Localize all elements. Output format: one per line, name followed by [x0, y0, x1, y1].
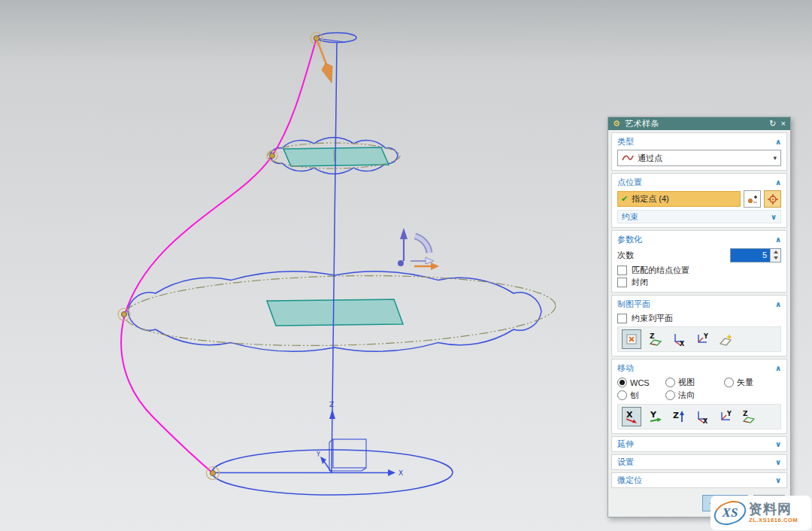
spinner-down-button[interactable]: [771, 255, 780, 262]
spinner-up-button[interactable]: [771, 249, 780, 256]
specify-point-field[interactable]: ✔ 指定点 (4): [617, 191, 741, 207]
chevron-down-icon[interactable]: ∨: [775, 476, 781, 484]
move-x-button[interactable]: X: [622, 407, 641, 426]
wireframe-box[interactable]: [329, 439, 366, 471]
radio-wcs[interactable]: WCS: [617, 378, 665, 387]
radio-vector-circle[interactable]: [724, 378, 734, 387]
translate-handle-vertical[interactable]: [398, 228, 408, 266]
studio-spline-dialog: ⚙ 艺术样条 ↻ × 类型 ∧ 通过点 ▾ 点位置 ∧: [607, 117, 791, 517]
watermark-logo-text: XS: [714, 501, 747, 525]
y-axis-icon: Y: [648, 409, 663, 424]
closed-checkbox-row[interactable]: 封闭: [617, 276, 781, 288]
section-type-header[interactable]: 类型 ∧: [617, 135, 781, 147]
view-plane-icon: [625, 332, 638, 346]
section-parameterization-header[interactable]: 参数化 ∧: [617, 233, 781, 245]
y-axis-label: Y: [316, 451, 320, 458]
spline-through-points-icon: [622, 153, 634, 162]
closed-checkbox[interactable]: [617, 278, 627, 287]
xc-yc-plane-button[interactable]: Z: [647, 330, 665, 348]
radio-view[interactable]: 视图: [665, 377, 724, 388]
point-crosshair-icon: [767, 193, 779, 205]
radio-wcs-circle[interactable]: [617, 378, 627, 387]
specify-point-label: 指定点 (4): [632, 193, 669, 205]
yc-zc-plane-icon: X: [671, 332, 686, 347]
yc-zc-plane-button[interactable]: X: [670, 330, 688, 348]
add-point-icon: [747, 193, 759, 205]
radio-plane-label: 刨: [630, 390, 638, 401]
degree-value[interactable]: 5: [731, 249, 770, 262]
watermark-site-name: 资料网: [749, 502, 798, 516]
chevron-down-icon[interactable]: ∨: [771, 213, 777, 221]
section-point-location: 点位置 ∧ ✔ 指定点 (4): [611, 173, 787, 228]
radio-vector-label: 矢量: [737, 377, 753, 388]
radio-wcs-label: WCS: [630, 378, 650, 387]
radio-vector[interactable]: 矢量: [724, 377, 753, 388]
chevron-down-icon[interactable]: ∨: [775, 440, 781, 448]
section-drawing-plane-label: 制图平面: [617, 299, 650, 310]
match-knots-checkbox[interactable]: [617, 266, 627, 275]
close-icon[interactable]: ×: [781, 120, 786, 128]
studio-spline-curve[interactable]: [121, 38, 317, 473]
section-extension[interactable]: 延伸 ∨: [611, 436, 787, 452]
chevron-up-icon[interactable]: ∧: [775, 364, 781, 372]
wcs-z-axis[interactable]: Z: [329, 401, 335, 419]
spline-point-2[interactable]: [267, 150, 277, 161]
spline-point-1[interactable]: [311, 32, 323, 44]
watermark-site-url: ZL.XS1616.COM: [749, 517, 798, 523]
section-settings[interactable]: 设置 ∨: [611, 454, 787, 470]
match-knots-checkbox-row[interactable]: 匹配的结点位置: [617, 264, 781, 276]
xc-zc-plane-button[interactable]: Y: [693, 330, 711, 348]
move-z-button[interactable]: Z: [670, 408, 688, 426]
constrain-to-plane-checkbox[interactable]: [617, 314, 627, 323]
add-point-button[interactable]: [744, 190, 761, 208]
check-icon: ✔: [621, 194, 628, 204]
radio-view-circle[interactable]: [665, 378, 675, 387]
dialog-title: 艺术样条: [625, 118, 765, 129]
chevron-up-icon[interactable]: ∧: [775, 300, 781, 308]
svg-text:Z: Z: [743, 410, 748, 417]
chevron-up-icon[interactable]: ∧: [775, 138, 781, 146]
chevron-up-icon[interactable]: ∧: [775, 235, 781, 244]
wcs-x-axis[interactable]: X: [213, 469, 403, 477]
chevron-up-icon[interactable]: ∧: [775, 178, 781, 187]
specify-plane-icon: [718, 332, 733, 347]
svg-text:Y: Y: [703, 333, 708, 340]
constraint-subsection[interactable]: 约束 ∨: [617, 210, 781, 223]
section-parameterization: 参数化 ∧ 次数 5 匹配的结点位置 封闭: [611, 230, 787, 293]
radio-plane-circle[interactable]: [617, 390, 627, 400]
xy-plane-icon: Z: [741, 409, 756, 424]
rotate-handle-arc[interactable]: [415, 236, 429, 253]
degree-spinner[interactable]: 5: [730, 248, 781, 262]
section-micro-positioning[interactable]: 微定位 ∨: [611, 472, 787, 488]
section-point-location-header[interactable]: 点位置 ∧: [617, 176, 781, 188]
xc-zc-plane-icon: Y: [695, 332, 710, 347]
section-move-header[interactable]: 移动 ∧: [617, 362, 781, 374]
type-dropdown-value: 通过点: [638, 153, 662, 164]
move-y-button[interactable]: Y: [647, 408, 665, 426]
x-axis-label: X: [398, 469, 403, 477]
section-settings-label: 设置: [617, 457, 634, 468]
move-xz-plane-button[interactable]: Y: [717, 408, 735, 426]
radio-plane[interactable]: 刨: [617, 390, 665, 401]
section-move-label: 移动: [617, 363, 634, 374]
specify-plane-button[interactable]: [717, 330, 735, 348]
constrain-to-plane-checkbox-row[interactable]: 约束到平面: [617, 312, 781, 324]
datum-sheet-large[interactable]: [267, 299, 403, 326]
reset-icon[interactable]: ↻: [769, 120, 776, 128]
match-knots-label: 匹配的结点位置: [632, 265, 689, 276]
watermark: XS 资料网 ZL.XS1616.COM: [710, 496, 811, 530]
translate-handle-flat[interactable]: [411, 257, 434, 264]
degree-label: 次数: [617, 250, 634, 261]
point-drag-handle-orange[interactable]: [317, 41, 332, 83]
type-dropdown[interactable]: 通过点 ▾: [617, 150, 781, 166]
move-yz-plane-button[interactable]: X: [693, 408, 711, 426]
view-plane-button[interactable]: [622, 329, 641, 349]
point-dialog-button[interactable]: [764, 190, 781, 208]
svg-text:Z: Z: [650, 332, 655, 340]
section-drawing-plane-header[interactable]: 制图平面 ∧: [617, 298, 781, 310]
dialog-titlebar[interactable]: ⚙ 艺术样条 ↻ ×: [608, 117, 790, 130]
chevron-down-icon[interactable]: ∨: [775, 458, 781, 466]
move-xy-plane-button[interactable]: Z: [740, 408, 758, 426]
radio-normal[interactable]: 法向: [665, 390, 695, 401]
radio-normal-circle[interactable]: [665, 390, 675, 400]
